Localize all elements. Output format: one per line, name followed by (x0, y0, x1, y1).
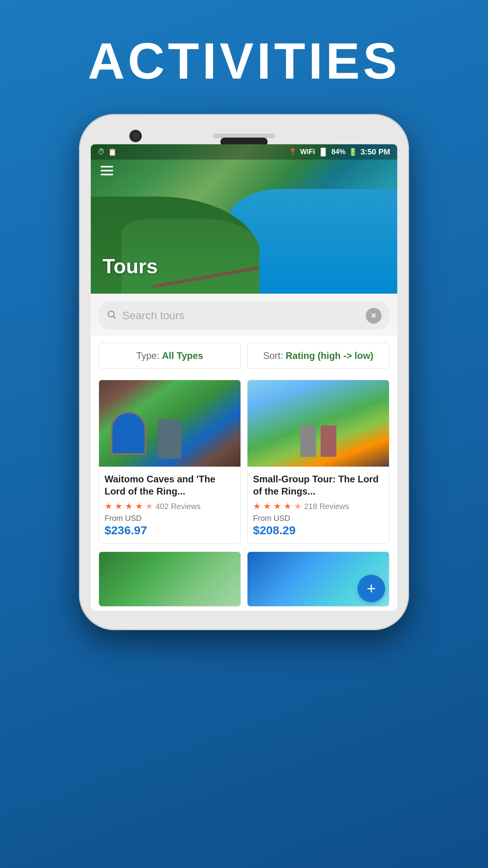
star-2-1: ★ (253, 501, 261, 511)
star-half-2: ★ (294, 501, 302, 511)
wifi-icon: WiFi (300, 148, 315, 156)
page-title: ACTIVITIES (88, 31, 400, 90)
time-display: 3:50 PM (360, 147, 390, 156)
price-label-2: From USD (253, 514, 383, 523)
phone-shell: ⏱ 📋 📍 WiFi ▐▌ 84% 🔋 3:50 PM (79, 114, 409, 630)
tour-card-1[interactable]: Waitomo Caves and 'The Lord of the Ring.… (99, 380, 241, 544)
status-right: 📍 WiFi ▐▌ 84% 🔋 3:50 PM (288, 147, 390, 156)
status-bar: ⏱ 📋 📍 WiFi ▐▌ 84% 🔋 3:50 PM (91, 144, 397, 160)
svg-point-0 (108, 311, 114, 317)
search-bar[interactable]: Search tours × (99, 302, 389, 330)
price-1: $236.97 (105, 524, 235, 537)
tour-name-2: Small-Group Tour: The Lord of the Rings.… (253, 473, 383, 497)
type-label: Type: (136, 350, 162, 361)
tour-card-4[interactable]: + (247, 552, 389, 607)
sort-value: Rating (high -> low) (286, 350, 373, 361)
stars-row-1: ★ ★ ★ ★ ★ 402 Reviews (105, 501, 235, 511)
hero-section: ⏱ 📋 📍 WiFi ▐▌ 84% 🔋 3:50 PM (91, 144, 397, 294)
star-2-3: ★ (273, 501, 281, 511)
status-left: ⏱ 📋 (98, 148, 117, 156)
search-bar-container: Search tours × (91, 294, 397, 336)
screen-wrapper: ⏱ 📋 📍 WiFi ▐▌ 84% 🔋 3:50 PM (91, 144, 397, 611)
review-count-1: 402 Reviews (156, 502, 201, 511)
location-icon: 📍 (288, 148, 297, 156)
type-value: All Types (162, 350, 203, 361)
star-2-4: ★ (284, 501, 292, 511)
person-figures-2 (300, 425, 336, 457)
battery-icon: 🔋 (349, 148, 357, 156)
camera (130, 131, 141, 142)
tour-card-3[interactable] (99, 552, 241, 607)
star-2: ★ (115, 501, 123, 511)
hero-title: Tours (103, 254, 158, 278)
hamburger-line-1 (101, 166, 113, 167)
tours-grid: Waitomo Caves and 'The Lord of the Ring.… (91, 376, 397, 552)
star-2-2: ★ (263, 501, 271, 511)
star-4: ★ (135, 501, 143, 511)
star-3: ★ (125, 501, 133, 511)
hamburger-line-3 (101, 174, 113, 175)
star-1: ★ (105, 501, 112, 511)
price-2: $208.29 (253, 524, 383, 537)
tour-card-2[interactable]: Small-Group Tour: The Lord of the Rings.… (247, 380, 389, 544)
phone-top (91, 126, 397, 144)
tours-grid-bottom: + (91, 552, 397, 611)
clear-search-button[interactable]: × (366, 308, 382, 324)
fab-add-button[interactable]: + (358, 575, 385, 602)
search-input[interactable]: Search tours (122, 309, 360, 322)
tour-image-3 (99, 552, 240, 606)
star-half-1: ★ (145, 501, 153, 511)
hamburger-line-2 (101, 170, 113, 171)
hobbit-door (111, 412, 146, 455)
notification-icon: 📋 (108, 148, 117, 156)
hero-image: Tours (91, 144, 397, 294)
type-filter-button[interactable]: Type: All Types (99, 343, 241, 369)
alarm-icon: ⏱ (98, 148, 105, 156)
tour-card-info-2: Small-Group Tour: The Lord of the Rings.… (248, 467, 389, 543)
phone-screen: ⏱ 📋 📍 WiFi ▐▌ 84% 🔋 3:50 PM (91, 144, 397, 611)
person-figure-1 (158, 419, 182, 459)
price-label-1: From USD (105, 514, 235, 523)
search-icon (106, 309, 117, 322)
battery-percentage: 84% (331, 148, 345, 156)
tour-card-info-1: Waitomo Caves and 'The Lord of the Ring.… (99, 467, 240, 543)
tour-image-2 (248, 380, 389, 467)
signal-icon: ▐▌ (318, 148, 328, 156)
tour-name-1: Waitomo Caves and 'The Lord of the Ring.… (105, 473, 235, 497)
hamburger-menu-button[interactable] (101, 166, 113, 175)
svg-line-1 (114, 316, 116, 318)
tour-image-1 (99, 380, 240, 467)
filter-row: Type: All Types Sort: Rating (high -> lo… (91, 336, 397, 376)
sort-filter-button[interactable]: Sort: Rating (high -> low) (247, 343, 389, 369)
review-count-2: 218 Reviews (304, 502, 349, 511)
stars-row-2: ★ ★ ★ ★ ★ 218 Reviews (253, 501, 383, 511)
sort-label: Sort: (263, 350, 286, 361)
